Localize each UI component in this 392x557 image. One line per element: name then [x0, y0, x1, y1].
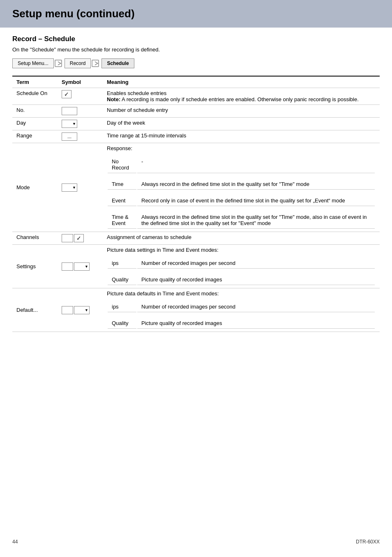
row-schedule-on: Schedule On ✓ Enables schedule entries N…: [12, 88, 380, 105]
page-number: 44: [12, 539, 18, 545]
symbol-no: [58, 105, 103, 118]
box-icon-default: [62, 306, 73, 314]
header-term: Term: [12, 76, 58, 88]
box-icon-no: [62, 107, 77, 115]
term-no: No.: [12, 105, 58, 118]
breadcrumb: Setup Menu... Record Schedule: [12, 58, 380, 68]
breadcrumb-record: Record: [65, 58, 91, 68]
header-symbol: Symbol: [58, 76, 103, 88]
meaning-mode-time-event: Time & Event Always record in the define…: [103, 209, 380, 232]
default-desc-ips: Number of recorded images per second: [137, 302, 375, 312]
meaning-day: Day of the week: [103, 118, 380, 130]
meaning-mode-event: Event Record only in case of event in th…: [103, 193, 380, 209]
symbol-schedule-on: ✓: [58, 88, 103, 105]
default-desc-quality: Picture quality of recorded images: [137, 318, 375, 329]
box-dropdown-icon-default: ▼: [62, 306, 90, 314]
box-dropdown-icon-settings: ▼: [62, 262, 90, 271]
meaning-default-header: Picture data defaults in Time and Event …: [103, 288, 380, 299]
symbol-mode: ▼: [58, 143, 103, 232]
main-table: Term Symbol Meaning Schedule On ✓ Enable…: [12, 76, 380, 332]
section-title: Record – Schedule: [12, 35, 380, 43]
meaning-settings-quality: Quality Picture quality of recorded imag…: [103, 272, 380, 288]
dropdown-icon-default: ▼: [74, 306, 90, 314]
meaning-range: Time range at 15-minute intervals: [103, 130, 380, 143]
mode-desc-time-event: Always record in the defined time slot i…: [137, 212, 375, 229]
page-footer: 44 DTR-60XX: [12, 539, 380, 545]
settings-label-quality: Quality: [108, 274, 136, 285]
breadcrumb-schedule: Schedule: [101, 58, 134, 68]
symbol-settings: ▼: [58, 245, 103, 288]
row-default: Default... ▼ Picture data defaults in Ti…: [12, 288, 380, 299]
check-icon-channels: ✓: [74, 234, 84, 242]
checkbox-icon: ✓: [62, 90, 71, 98]
meaning-default-quality: Quality Picture quality of recorded imag…: [103, 315, 380, 332]
default-label-quality: Quality: [108, 318, 136, 329]
dropdown-icon-settings: ▼: [74, 262, 90, 271]
row-day: Day ▼ Day of the week: [12, 118, 380, 130]
box-icon-channels: [62, 234, 73, 242]
meaning-no: Number of schedule entry: [103, 105, 380, 118]
row-settings: Settings ▼ Picture data settings in Time…: [12, 245, 380, 255]
term-channels: Channels: [12, 232, 58, 245]
header-meaning: Meaning: [103, 76, 380, 88]
dropdown-arrow: ▼: [72, 122, 76, 126]
meaning-schedule-on: Enables schedule entries Note: A recordi…: [103, 88, 380, 105]
meaning-settings-ips: ips Number of recorded images per second: [103, 255, 380, 272]
mode-label-time-event: Time & Event: [108, 212, 136, 229]
dropdown-arrow-mode: ▼: [72, 186, 76, 190]
mode-desc-norecord: -: [137, 156, 375, 173]
settings-desc-quality: Picture quality of recorded images: [137, 274, 375, 285]
page-header: Setup menu (continued): [0, 0, 392, 28]
mode-desc-time: Always record in the defined time slot i…: [137, 179, 375, 190]
meaning-channels: Assignment of cameras to schedule: [103, 232, 380, 245]
intro-text: On the "Schedule" menu the schedule for …: [12, 46, 380, 53]
dropdown-icon-mode: ▼: [62, 183, 77, 192]
meaning-mode-norecord: No Record -: [103, 153, 380, 176]
dropdown-icon-day: ▼: [62, 120, 77, 128]
mode-label-norecord: No Record: [108, 156, 136, 173]
term-range: Range: [12, 130, 58, 143]
mode-label-time: Time: [108, 179, 136, 190]
symbol-day: ▼: [58, 118, 103, 130]
breadcrumb-arrow-2: [92, 60, 101, 67]
meaning-default-ips: ips Number of recorded images per second: [103, 299, 380, 315]
meaning-mode-time: Time Always record in the defined time s…: [103, 176, 380, 193]
symbol-default: ▼: [58, 288, 103, 332]
mode-label-event: Event: [108, 195, 136, 206]
symbol-channels: ✓: [58, 232, 103, 245]
page-title: Setup menu (continued): [12, 7, 380, 20]
ellipsis-icon: ...: [62, 132, 77, 141]
term-settings: Settings: [12, 245, 58, 288]
box-icon-settings: [62, 262, 73, 271]
schedule-on-line1: Enables schedule entries: [107, 90, 376, 96]
row-no: No. Number of schedule entry: [12, 105, 380, 118]
schedule-on-note: Note: A recording is made only if schedu…: [107, 96, 376, 102]
settings-desc-ips: Number of recorded images per second: [137, 258, 375, 269]
box-check-icon: ✓: [62, 234, 84, 242]
row-range: Range ... Time range at 15-minute interv…: [12, 130, 380, 143]
meaning-mode-response: Response:: [103, 143, 380, 154]
symbol-range: ...: [58, 130, 103, 143]
settings-label-ips: ips: [108, 258, 136, 269]
dropdown-arrow-settings: ▼: [85, 265, 88, 269]
breadcrumb-setup-menu: Setup Menu...: [12, 58, 54, 68]
row-channels: Channels ✓ Assignment of cameras to sche…: [12, 232, 380, 245]
term-default: Default...: [12, 288, 58, 332]
term-schedule-on: Schedule On: [12, 88, 58, 105]
term-mode: Mode: [12, 143, 58, 232]
default-label-ips: ips: [108, 302, 136, 312]
term-day: Day: [12, 118, 58, 130]
breadcrumb-arrow-1: [55, 60, 64, 67]
mode-desc-event: Record only in case of event in the defi…: [137, 195, 375, 206]
product-name: DTR-60XX: [356, 539, 380, 545]
row-mode: Mode ▼ Response:: [12, 143, 380, 154]
dropdown-arrow-default: ▼: [85, 308, 88, 312]
meaning-settings-header: Picture data settings in Time and Event …: [103, 245, 380, 255]
